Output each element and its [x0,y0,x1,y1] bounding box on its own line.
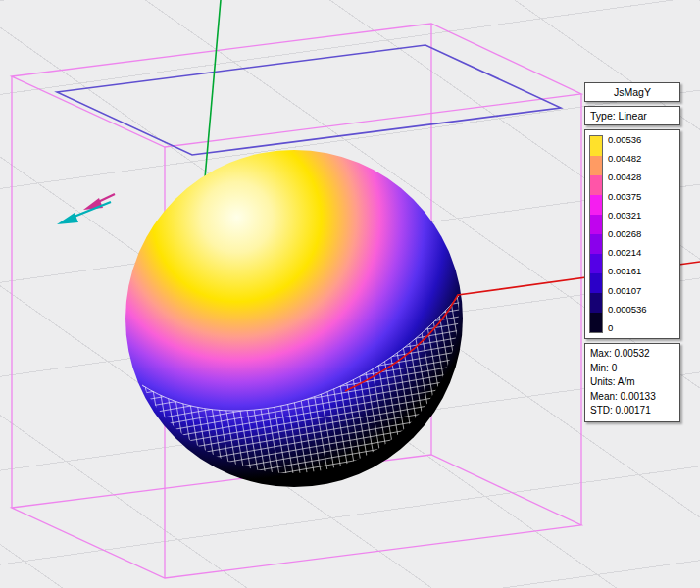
scale-tick-label: 0.000536 [608,305,675,315]
colorbar-tick-labels: 0.00536 0.00482 0.00428 0.00375 0.00321 … [608,135,675,333]
stat-line: Max: 0.00532 [590,347,675,362]
scale-tick-label: 0.00321 [608,211,675,220]
stat-line: STD: 0.00171 [590,404,675,418]
scale-tick-label: 0.00161 [608,267,675,276]
scale-tick-label: 0.00428 [608,172,675,182]
scale-tick-label: 0.00536 [608,135,675,145]
scale-tick-label: 0 [608,323,675,333]
legend-type-label: Type: Linear [584,106,680,125]
stat-line: Units: A/m [590,375,675,390]
scale-tick-label: 0.00375 [608,192,675,202]
sphere-mesh-region [142,296,459,473]
legend-title: JsMagY [584,82,680,102]
legend-statistics: Max: 0.00532 Min: 0 Units: A/m Mean: 0.0… [584,343,680,422]
plot-legend[interactable]: JsMagY Type: Linear 0.00536 0.00482 0.00… [584,82,680,426]
scale-tick-label: 0.00107 [608,286,675,296]
colorbar [589,135,603,333]
scale-tick-label: 0.00268 [608,229,675,239]
legend-color-scale: 0.00536 0.00482 0.00428 0.00375 0.00321 … [584,129,680,339]
stat-line: Min: 0 [590,362,675,376]
scale-tick-label: 0.00214 [608,248,675,258]
field-plot-viewport[interactable]: JsMagY Type: Linear 0.00536 0.00482 0.00… [0,0,700,588]
scale-tick-label: 0.00482 [608,154,675,164]
stat-line: Mean: 0.00133 [590,390,675,405]
